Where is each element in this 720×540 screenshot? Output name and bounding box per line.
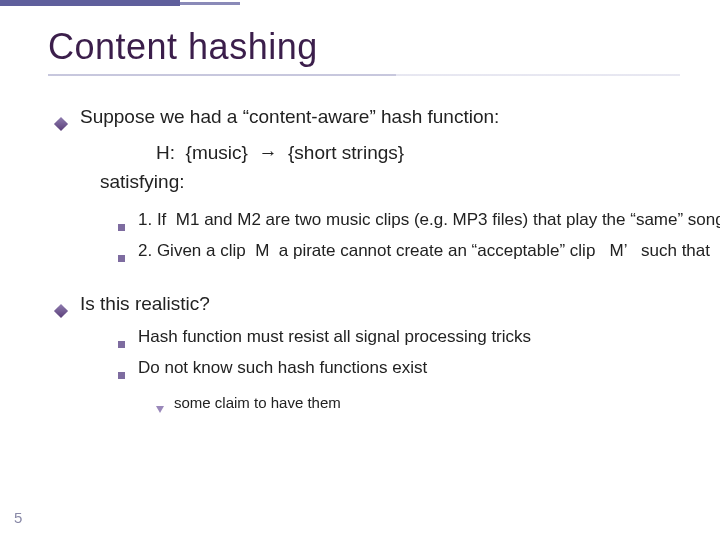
triangle-icon [156,392,174,418]
title-underline [48,74,680,76]
hash-function-formula: H: {music} → {short strings} [56,140,680,166]
bullet-suppose: Suppose we had a “content-aware” hash fu… [56,104,680,136]
item-text: Do not know such hash functions exist [138,357,427,386]
condition-text: 2. Given a clip M a pirate cannot create… [138,240,720,269]
realistic-list: Hash function must resist all signal pro… [56,326,680,386]
diamond-icon [56,291,80,323]
square-icon [118,209,138,238]
sub-sub-text: some claim to have them [174,392,341,418]
realistic-item-2: Do not know such hash functions exist [118,357,680,386]
square-icon [118,357,138,386]
item-text: Hash function must resist all signal pro… [138,326,531,355]
sub-sub-list: some claim to have them [56,392,680,418]
slide: Content hashing Suppose we had a “conten… [0,0,720,540]
page-number: 5 [14,509,22,526]
satisfying-line: satisfying: [56,169,680,195]
square-icon [118,240,138,269]
condition-text: 1. If M1 and M2 are two music clips (e.g… [138,209,720,238]
slide-title: Content hashing [48,26,680,68]
sub-sub-item: some claim to have them [156,392,680,418]
slide-content: Suppose we had a “content-aware” hash fu… [48,104,680,418]
condition-1: 1. If M1 and M2 are two music clips (e.g… [118,209,680,238]
top-accent-bar [0,0,720,6]
bullet-text: Suppose we had a “content-aware” hash fu… [80,104,499,136]
bullet-realistic: Is this realistic? [56,291,680,323]
realistic-item-1: Hash function must resist all signal pro… [118,326,680,355]
diamond-icon [56,104,80,136]
square-icon [118,326,138,355]
conditions-list: 1. If M1 and M2 are two music clips (e.g… [56,209,680,269]
bullet-text: Is this realistic? [80,291,210,323]
condition-2: 2. Given a clip M a pirate cannot create… [118,240,680,269]
